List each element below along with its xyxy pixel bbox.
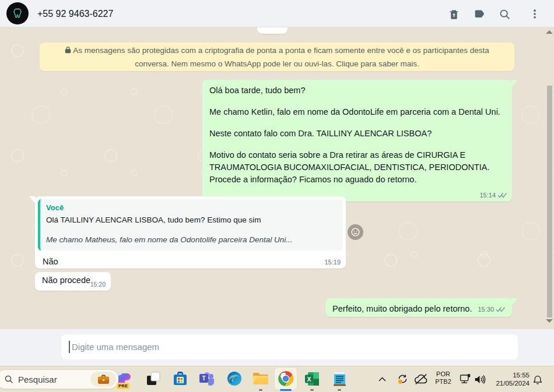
running-indicator	[338, 389, 341, 391]
tray-network-icon[interactable]	[458, 372, 472, 386]
delete-chat-icon[interactable]	[447, 7, 461, 21]
message-incoming-2[interactable]: Não procede 15:20	[35, 272, 111, 291]
message-time: 15:20	[90, 281, 106, 288]
smiley-icon	[350, 227, 360, 237]
search-highlight	[90, 372, 116, 387]
search-icon	[4, 375, 13, 384]
taskbar-app-chrome[interactable]	[275, 368, 297, 390]
message-time: 15:19	[324, 259, 341, 266]
message-input-wrap	[61, 334, 518, 359]
lock-icon	[65, 47, 71, 54]
svg-text:T: T	[202, 375, 205, 382]
taskbar-app-task-view[interactable]	[142, 368, 164, 390]
chat-header: +55 92 9463-6227	[0, 0, 554, 27]
active-indicator	[280, 389, 292, 391]
tray-language-indicator[interactable]: POR PTB2	[433, 370, 454, 386]
quote-text: Olá TAILLINY ALENCAR LISBOA, tudo bem? E…	[46, 214, 337, 226]
taskbar-app-copilot[interactable]: PRE	[115, 368, 137, 390]
edge-icon	[227, 371, 242, 386]
taskbar-search-box[interactable]: Pesquisar	[0, 369, 119, 389]
message-paragraph: Motivo do contato seria sobre a Dra reti…	[209, 149, 505, 186]
message-text: Perfeito, muito obrigado pelo retorno.	[332, 304, 472, 313]
taskbar-app-notepad[interactable]	[328, 368, 350, 390]
tray-chevron-up-icon[interactable]	[377, 375, 387, 384]
tooth-logo-icon	[10, 6, 25, 21]
svg-text:X: X	[307, 375, 311, 382]
double-check-icon	[496, 306, 505, 312]
bubble-tail	[511, 80, 518, 87]
react-emoji-button[interactable]	[348, 224, 363, 240]
message-paragraph: Neste contato falo com Dra. TAILLINY ALE…	[209, 128, 505, 140]
bubble-tail	[29, 196, 36, 204]
language-line1: POR	[436, 370, 450, 378]
contact-phone-title[interactable]: +55 92 9463-6227	[37, 0, 113, 27]
teams-icon: T	[199, 371, 215, 386]
message-meta: 15:30	[478, 306, 505, 313]
tray-sync-icon[interactable]	[395, 372, 409, 386]
message-paragraph: Me chamo Ketlin, falo em nome da OdontoL…	[209, 106, 505, 118]
quote-preview-text: Me chamo Matheus, falo em nome da Odonto…	[46, 234, 337, 246]
message-time: 15:14	[479, 192, 496, 199]
quoted-message[interactable]: Você Olá TAILLINY ALENCAR LISBOA, tudo b…	[38, 199, 343, 250]
scrollbar-down-arrow[interactable]	[546, 319, 553, 323]
taskbar-app-excel[interactable]: X	[301, 368, 323, 390]
label-icon[interactable]	[472, 7, 486, 21]
encryption-notice-text: As mensagens são protegidas com a cripto…	[63, 44, 491, 70]
copilot-pre-badge: PRE	[117, 383, 129, 389]
taskbar-app-teams[interactable]: T	[196, 368, 218, 390]
tray-volume-icon[interactable]	[472, 373, 486, 386]
scrollbar-up-arrow[interactable]	[546, 30, 553, 34]
message-time: 15:30	[478, 306, 494, 313]
message-outgoing-2[interactable]: Perfeito, muito obrigado pelo retorno. 1…	[325, 298, 512, 317]
search-label: Pesquisar	[18, 375, 57, 384]
message-composer-bar	[0, 329, 554, 366]
message-text: Não	[38, 250, 343, 270]
task-view-icon	[146, 371, 162, 387]
tray-clock[interactable]: 15:55 21/05/2024	[489, 371, 530, 387]
chat-scroll-area: As mensagens são protegidas com a cripto…	[0, 27, 554, 329]
scrollbar-thumb[interactable]	[547, 86, 552, 317]
taskbar-app-edge[interactable]	[223, 368, 246, 390]
message-text: Não procede	[42, 276, 90, 285]
clock-time: 15:55	[489, 371, 530, 379]
message-meta: 15:19	[324, 259, 341, 266]
quote-author: Você	[46, 203, 337, 213]
excel-icon: X	[304, 372, 320, 386]
message-incoming-1[interactable]: Você Olá TAILLINY ALENCAR LISBOA, tudo b…	[35, 196, 346, 269]
notepad-icon	[332, 371, 347, 387]
clock-date: 21/05/2024	[489, 379, 530, 387]
running-indicator	[310, 389, 314, 391]
language-line2: PTB2	[435, 378, 451, 386]
date-chip-partial	[257, 27, 287, 34]
bubble-tail	[511, 298, 518, 306]
tray-cloud-off-icon[interactable]	[413, 372, 429, 386]
menu-kebab-icon[interactable]	[528, 7, 542, 21]
message-outgoing-1[interactable]: Olá boa tarde, tudo bem? Me chamo Ketlin…	[202, 80, 512, 202]
running-indicator	[259, 389, 262, 391]
briefcase-icon	[97, 374, 110, 385]
message-input[interactable]	[61, 334, 518, 359]
file-explorer-icon	[253, 372, 269, 386]
chrome-icon	[278, 370, 294, 387]
contact-avatar[interactable]	[6, 2, 29, 24]
microsoft-store-icon	[173, 371, 188, 386]
taskbar-app-microsoft-store[interactable]	[169, 368, 191, 390]
search-icon[interactable]	[497, 7, 511, 21]
double-check-icon	[497, 192, 507, 198]
encryption-notice-banner[interactable]: As mensagens são protegidas com a cripto…	[40, 43, 514, 71]
taskbar-app-file-explorer[interactable]	[250, 368, 272, 390]
whatsapp-window: +55 92 9463-6227 As mensagens são proteg…	[0, 0, 554, 392]
tray-bell-icon[interactable]	[532, 374, 544, 386]
message-meta: 15:14	[479, 192, 507, 199]
message-paragraph: Olá boa tarde, tudo bem?	[209, 84, 505, 97]
